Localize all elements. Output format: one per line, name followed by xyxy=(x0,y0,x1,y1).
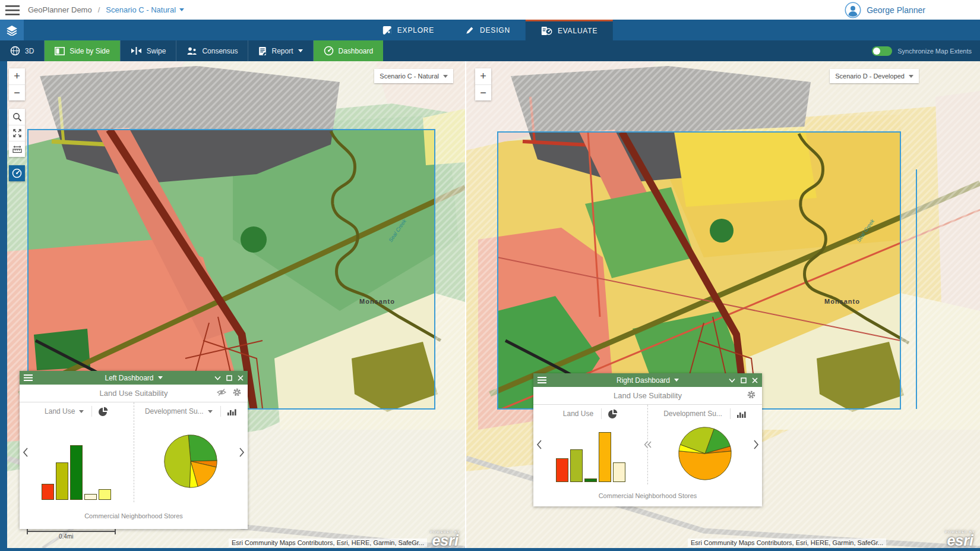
consensus-people-icon xyxy=(186,47,197,55)
mode-tabs: EXPLORE DESIGN EVALUATE xyxy=(367,20,613,40)
tab-evaluate[interactable]: EVALUATE xyxy=(526,20,613,40)
side-by-side-button[interactable]: Side by Side xyxy=(45,40,119,61)
dashboard-title: Right Dashboard xyxy=(617,376,670,385)
pie-chart-icon xyxy=(98,407,108,417)
report-button[interactable]: Report xyxy=(248,40,312,61)
dashboard-title-menu[interactable]: Left Dashboard xyxy=(20,374,248,382)
map-attribution: Esri Community Maps Contributors, Esri, … xyxy=(229,539,427,547)
pie-chart xyxy=(678,426,732,481)
threed-button[interactable]: 3D xyxy=(0,40,44,61)
widget-selector[interactable]: Development Su... xyxy=(663,410,722,418)
tab-explore-label: EXPLORE xyxy=(397,26,434,34)
chart-type-button[interactable] xyxy=(91,406,108,417)
report-icon xyxy=(258,46,267,56)
maximize-icon xyxy=(741,377,747,383)
chevron-right-icon xyxy=(239,448,245,457)
widget-land-use: Land Use xyxy=(20,402,134,502)
close-button[interactable] xyxy=(752,377,758,383)
bar-segment xyxy=(42,484,54,500)
dashboard-title-menu[interactable]: Right Dashboard xyxy=(533,376,762,385)
app-menu-button[interactable] xyxy=(5,5,21,15)
chart-type-button[interactable] xyxy=(220,406,237,417)
collapse-button[interactable] xyxy=(729,378,735,383)
caret-down-icon xyxy=(208,410,213,413)
dashboard-left-panel: Left Dashboard Land Use Suitability xyxy=(20,371,248,529)
tab-explore[interactable]: EXPLORE xyxy=(367,20,450,40)
side-by-side-label: Side by Side xyxy=(69,47,109,55)
maximize-button[interactable] xyxy=(741,377,747,383)
chart-type-button[interactable] xyxy=(601,408,618,419)
bar-chart xyxy=(20,445,134,500)
dashboard-left-header[interactable]: Left Dashboard xyxy=(20,371,248,385)
swipe-button[interactable]: Swipe xyxy=(121,40,176,61)
close-button[interactable] xyxy=(238,375,244,381)
dashboard-button[interactable]: Dashboard xyxy=(314,40,384,61)
user-menu[interactable]: George Planner xyxy=(845,2,925,18)
panel-collapse-left-button[interactable] xyxy=(644,440,652,449)
zoom-in-button[interactable]: + xyxy=(475,68,491,84)
settings-button[interactable] xyxy=(232,388,242,399)
bar-segment xyxy=(84,494,97,500)
layers-button[interactable] xyxy=(0,20,24,40)
widget-selector[interactable]: Land Use xyxy=(45,407,75,415)
visibility-button[interactable] xyxy=(217,388,226,399)
bar-segment xyxy=(70,445,83,500)
pie-chart-icon xyxy=(608,409,618,419)
design-icon xyxy=(465,26,475,35)
zoom-in-button[interactable]: + xyxy=(9,68,25,84)
search-button[interactable] xyxy=(9,109,25,125)
full-extent-button[interactable] xyxy=(9,125,25,141)
pie-chart xyxy=(163,434,218,489)
breadcrumb-separator: / xyxy=(98,5,100,14)
search-icon xyxy=(12,112,22,122)
dashboard-gauge-icon xyxy=(12,168,22,178)
collapse-button[interactable] xyxy=(214,376,221,380)
maximize-button[interactable] xyxy=(226,375,232,381)
widget-selector[interactable]: Development Su... xyxy=(145,407,204,415)
close-icon xyxy=(238,375,244,381)
layers-icon xyxy=(6,25,18,36)
main-nav-bar: EXPLORE DESIGN EVALUATE xyxy=(0,20,980,40)
tab-evaluate-label: EVALUATE xyxy=(558,27,598,35)
chevron-right-icon xyxy=(753,440,759,449)
caret-down-icon xyxy=(443,75,448,78)
swipe-icon xyxy=(131,47,142,55)
carousel-prev-button[interactable] xyxy=(536,440,542,449)
map-place-label: Monsanto xyxy=(824,298,860,305)
sync-extents-toggle[interactable] xyxy=(872,46,892,56)
carousel-next-button[interactable] xyxy=(753,440,759,449)
bar-chart-area xyxy=(533,423,647,484)
dashboard-label: Dashboard xyxy=(339,47,374,55)
carousel-prev-button[interactable] xyxy=(23,448,29,457)
tab-design[interactable]: DESIGN xyxy=(450,20,526,40)
dashboard-tool-button[interactable] xyxy=(9,165,25,181)
chart-type-button[interactable] xyxy=(730,408,747,419)
zoom-out-button[interactable]: − xyxy=(475,84,491,100)
caret-down-icon xyxy=(179,8,184,11)
dashboard-right-header[interactable]: Right Dashboard xyxy=(533,373,762,387)
top-app-bar: GeoPlanner Demo / Scenario C - Natural G… xyxy=(0,0,980,20)
caret-down-icon xyxy=(298,49,303,52)
bar-segment xyxy=(599,432,611,482)
pie-chart-area xyxy=(648,423,762,484)
consensus-button[interactable]: Consensus xyxy=(176,40,248,61)
chevron-left-icon xyxy=(23,448,29,457)
report-label: Report xyxy=(271,47,293,55)
measure-button[interactable] xyxy=(9,141,25,157)
carousel-next-button[interactable] xyxy=(239,448,245,457)
user-name: George Planner xyxy=(867,5,925,15)
widget-selector[interactable]: Land Use xyxy=(563,410,593,418)
scenario-select-left[interactable]: Scenario C - Natural xyxy=(374,69,453,83)
threed-label: 3D xyxy=(25,47,34,55)
esri-logo: POWERED BY esri xyxy=(945,530,975,547)
scenario-breadcrumb-menu[interactable]: Scenario C - Natural xyxy=(106,5,184,14)
bar-segment xyxy=(613,462,625,482)
toggle-knob xyxy=(873,48,880,55)
geoplanner-app: GeoPlanner Demo / Scenario C - Natural G… xyxy=(0,0,980,551)
measure-ruler-icon xyxy=(12,146,22,153)
bar-segment xyxy=(570,449,583,482)
scenario-select-right[interactable]: Scenario D - Developed xyxy=(830,69,919,83)
settings-button[interactable] xyxy=(747,390,756,402)
hamburger-icon xyxy=(5,5,20,15)
zoom-out-button[interactable]: − xyxy=(9,84,25,100)
